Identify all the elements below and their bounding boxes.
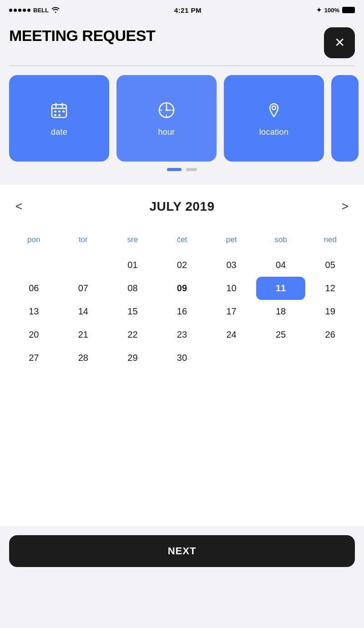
card-location[interactable]: location — [224, 75, 324, 162]
day-cell[interactable]: 26 — [305, 323, 355, 346]
day-cell[interactable]: 09 — [157, 277, 207, 300]
month-title: JULY 2019 — [149, 199, 214, 214]
wifi-icon — [51, 6, 60, 14]
svg-rect-6 — [62, 111, 65, 112]
day-cell — [9, 253, 59, 277]
time-display: 4:21 PM — [174, 6, 202, 14]
signal-dot-5 — [27, 9, 30, 12]
card-date[interactable]: date — [9, 75, 109, 162]
svg-point-12 — [166, 109, 167, 111]
battery-container — [342, 7, 355, 13]
day-cell[interactable]: 13 — [9, 300, 59, 323]
close-button[interactable]: ✕ — [324, 27, 355, 58]
day-cell[interactable]: 29 — [108, 346, 157, 370]
calendar-grid: pontorsrečetpetsobned0102030405060708091… — [9, 232, 355, 370]
svg-rect-5 — [58, 111, 61, 112]
day-cell — [305, 346, 355, 370]
day-cell[interactable]: 04 — [256, 253, 306, 277]
month-nav: < JULY 2019 > — [9, 196, 355, 217]
svg-rect-4 — [54, 111, 56, 112]
day-cell[interactable]: 25 — [256, 323, 306, 346]
day-cell[interactable]: 12 — [305, 277, 355, 300]
next-button-container: NEXT — [0, 526, 364, 576]
page-dot-1[interactable] — [167, 168, 182, 171]
day-header-pon: pon — [9, 232, 59, 253]
day-cell[interactable]: 01 — [108, 253, 157, 277]
day-header-čet: čet — [157, 232, 207, 253]
day-cell[interactable]: 27 — [9, 346, 59, 370]
day-cell[interactable]: 02 — [157, 253, 207, 277]
day-cell[interactable]: 30 — [157, 346, 207, 370]
card-hour[interactable]: hour — [116, 75, 217, 162]
header: MEETING REQUEST ✕ — [0, 20, 364, 58]
day-cell[interactable]: 28 — [59, 346, 108, 370]
card-hour-label: hour — [158, 127, 175, 137]
day-cell[interactable]: 16 — [157, 300, 207, 323]
day-cell[interactable]: 17 — [207, 300, 256, 323]
day-cell[interactable]: 20 — [9, 323, 59, 346]
cards-section: date hour — [0, 66, 364, 176]
location-pin-icon — [264, 100, 284, 122]
day-header-pet: pet — [207, 232, 256, 253]
close-icon: ✕ — [334, 36, 345, 49]
status-bar: BELL 4:21 PM ✦ 100% — [0, 0, 364, 20]
status-right: ✦ 100% — [316, 6, 355, 14]
day-cell[interactable]: 03 — [207, 253, 256, 277]
day-cell[interactable]: 10 — [207, 277, 256, 300]
card-location-label: location — [259, 127, 288, 137]
calendar-section: < JULY 2019 > pontorsrečetpetsobned01020… — [0, 185, 364, 526]
day-header-sre: sre — [108, 232, 157, 253]
day-cell[interactable]: 08 — [108, 277, 157, 300]
day-cell — [207, 346, 256, 370]
battery-bar — [342, 7, 355, 13]
day-cell[interactable]: 07 — [59, 277, 108, 300]
page-title: MEETING REQUEST — [9, 27, 155, 44]
cards-scroll: date hour — [9, 75, 364, 162]
day-cell[interactable]: 23 — [157, 323, 207, 346]
page-dot-2[interactable] — [186, 168, 197, 171]
day-header-tor: tor — [59, 232, 108, 253]
day-cell — [59, 253, 108, 277]
signal-dot-2 — [14, 9, 17, 12]
day-cell[interactable]: 19 — [305, 300, 355, 323]
clock-icon — [157, 100, 177, 122]
next-month-button[interactable]: > — [335, 196, 355, 217]
prev-month-button[interactable]: < — [9, 196, 29, 217]
signal-dot-4 — [23, 9, 26, 12]
day-cell[interactable]: 05 — [305, 253, 355, 277]
day-cell[interactable]: 06 — [9, 277, 59, 300]
day-cell[interactable]: 18 — [256, 300, 306, 323]
battery-fill — [343, 8, 354, 12]
day-cell[interactable]: 22 — [108, 323, 157, 346]
battery-percent: 100% — [324, 7, 339, 14]
day-cell[interactable]: 14 — [59, 300, 108, 323]
status-left: BELL — [9, 6, 60, 14]
svg-rect-8 — [58, 114, 61, 116]
calendar-icon — [49, 100, 69, 122]
signal-dot-3 — [18, 9, 21, 12]
signal-dots — [9, 9, 30, 12]
bluetooth-icon: ✦ — [316, 6, 322, 14]
card-partial — [331, 75, 359, 162]
svg-point-17 — [272, 106, 276, 110]
day-header-sob: sob — [256, 232, 306, 253]
day-cell[interactable]: 21 — [59, 323, 108, 346]
pagination — [0, 162, 364, 171]
svg-rect-7 — [54, 114, 56, 116]
card-date-label: date — [51, 127, 67, 137]
day-cell[interactable]: 11 — [256, 277, 306, 300]
next-button[interactable]: NEXT — [9, 535, 355, 567]
signal-dot-1 — [9, 9, 12, 12]
day-cell — [256, 346, 306, 370]
carrier-label: BELL — [33, 7, 49, 14]
day-header-ned: ned — [305, 232, 355, 253]
day-cell[interactable]: 15 — [108, 300, 157, 323]
day-cell[interactable]: 24 — [207, 323, 256, 346]
